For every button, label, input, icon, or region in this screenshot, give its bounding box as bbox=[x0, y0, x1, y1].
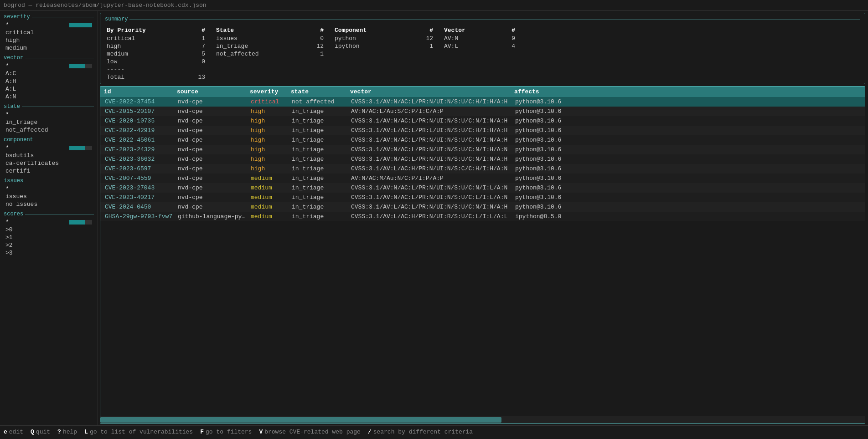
summary-divider-e2 bbox=[214, 66, 305, 73]
bottom-key-quit[interactable]: Q bbox=[31, 429, 34, 435]
sidebar-item-scores-all[interactable]: * bbox=[0, 218, 98, 226]
summary-cell-ipython-num: 1 bbox=[415, 42, 442, 50]
bottom-key-search[interactable]: / bbox=[368, 429, 372, 435]
summary-cell-e8 bbox=[415, 58, 442, 66]
table-row[interactable]: CVE-2024-0450 nvd-cpe medium in_triage C… bbox=[100, 202, 865, 212]
summary-cell-high-num: 7 bbox=[187, 42, 214, 50]
sidebar-section-vector: vector * A:C A:H A:L A:N bbox=[0, 54, 98, 101]
scroll-bar-area[interactable] bbox=[100, 416, 865, 423]
table-row[interactable]: CVE-2022-37454 nvd-cpe critical not_affe… bbox=[100, 97, 865, 107]
table-row[interactable]: CVE-2020-10735 nvd-cpe high in_triage CV… bbox=[100, 116, 865, 126]
summary-cell-e9 bbox=[442, 58, 497, 66]
sidebar-item-component-all[interactable]: * bbox=[0, 144, 98, 152]
summary-cell-empty3 bbox=[442, 50, 497, 58]
cell-source: nvd-cpe bbox=[177, 107, 250, 115]
summary-panel-header: summary bbox=[105, 16, 860, 22]
bottom-key-edit[interactable]: e bbox=[4, 429, 7, 435]
bottom-key-V[interactable]: V bbox=[259, 429, 263, 435]
scroll-bar-thumb[interactable] bbox=[100, 417, 501, 423]
sidebar: severity * critical high medium vector *… bbox=[0, 11, 98, 425]
sidebar-item-issues-all[interactable]: * bbox=[0, 185, 98, 193]
cell-state: in_triage bbox=[291, 213, 350, 220]
cell-vector: CVSS:3.1/AV:L/AC:L/PR:L/UI:N/S:U/C:H/I:H… bbox=[350, 127, 514, 134]
sidebar-item-vector-ac[interactable]: A:C bbox=[0, 70, 98, 77]
cell-severity: high bbox=[250, 165, 291, 173]
sidebar-item-scores-gt1[interactable]: >1 bbox=[0, 234, 98, 241]
sidebar-item-component-cacertificates[interactable]: ca-certificates bbox=[0, 159, 98, 167]
cell-affects: python@3.10.6 bbox=[514, 174, 861, 182]
sidebar-item-vector-ah[interactable]: A:H bbox=[0, 77, 98, 85]
bottom-key-help[interactable]: ? bbox=[57, 429, 61, 435]
cell-id: CVE-2023-6597 bbox=[104, 165, 177, 173]
sidebar-item-severity-high[interactable]: high bbox=[0, 36, 98, 44]
sidebar-item-vector-al[interactable]: A:L bbox=[0, 85, 98, 93]
sidebar-item-severity-all[interactable]: * bbox=[0, 21, 98, 29]
sidebar-item-issues-noissues[interactable]: no issues bbox=[0, 200, 98, 208]
vuln-table-body[interactable]: CVE-2022-37454 nvd-cpe critical not_affe… bbox=[100, 97, 865, 416]
cell-source: nvd-cpe bbox=[177, 203, 250, 211]
sidebar-item-state-intriage[interactable]: in_triage bbox=[0, 118, 98, 126]
bottom-key-L[interactable]: L bbox=[84, 429, 88, 435]
cell-severity: critical bbox=[250, 98, 291, 106]
sidebar-item-state-all[interactable]: * bbox=[0, 111, 98, 118]
summary-cell-medium-num: 5 bbox=[187, 50, 214, 58]
cell-source: nvd-cpe bbox=[177, 155, 250, 163]
sidebar-item-component-bsdutils[interactable]: bsdutils bbox=[0, 152, 98, 159]
table-row[interactable]: CVE-2023-40217 nvd-cpe medium in_triage … bbox=[100, 193, 865, 202]
table-row[interactable]: CVE-2022-42919 nvd-cpe high in_triage CV… bbox=[100, 126, 865, 135]
cell-state: in_triage bbox=[291, 165, 350, 173]
sidebar-item-issues-issues[interactable]: issues bbox=[0, 193, 98, 200]
sidebar-item-severity-critical[interactable]: critical bbox=[0, 29, 98, 36]
table-row[interactable]: CVE-2007-4559 nvd-cpe medium in_triage A… bbox=[100, 174, 865, 183]
table-row[interactable]: CVE-2023-27043 nvd-cpe medium in_triage … bbox=[100, 183, 865, 193]
table-row[interactable]: CVE-2023-24329 nvd-cpe high in_triage CV… bbox=[100, 145, 865, 154]
sidebar-item-state-notaffected[interactable]: not_affected bbox=[0, 126, 98, 134]
summary-cell-e6 bbox=[305, 58, 333, 66]
cell-vector: CVSS:3.1/AV:N/AC:L/PR:N/UI:N/S:U/C:L/I:L… bbox=[350, 194, 514, 201]
sidebar-item-vector-an[interactable]: A:N bbox=[0, 93, 98, 101]
bottom-key-F[interactable]: F bbox=[200, 429, 204, 435]
cell-severity: medium bbox=[250, 194, 291, 201]
vuln-table-header: id source severity state vector affects bbox=[100, 87, 865, 97]
table-row[interactable]: CVE-2023-36632 nvd-cpe high in_triage CV… bbox=[100, 154, 865, 164]
summary-cell-e7 bbox=[333, 58, 415, 66]
table-row[interactable]: CVE-2015-20107 nvd-cpe high in_triage AV… bbox=[100, 107, 865, 116]
cell-affects: python@3.10.6 bbox=[514, 98, 861, 106]
cell-affects: python@3.10.6 bbox=[514, 184, 861, 192]
cell-id: CVE-2022-42919 bbox=[104, 127, 177, 134]
cell-state: in_triage bbox=[291, 184, 350, 192]
sidebar-section-severity-header: severity bbox=[0, 13, 98, 21]
sidebar-item-component-certifi[interactable]: certifi bbox=[0, 167, 98, 175]
bottom-bar-item-edit: e edit bbox=[4, 429, 23, 435]
cell-state: in_triage bbox=[291, 174, 350, 182]
cell-source: github-language-python bbox=[177, 213, 250, 220]
cell-severity: medium bbox=[250, 184, 291, 192]
sidebar-section-state: state * in_triage not_affected bbox=[0, 102, 98, 134]
sidebar-section-scores: scores * >0 >1 >2 >3 bbox=[0, 210, 98, 257]
table-row[interactable]: GHSA-29gw-9793-fvw7 github-language-pyth… bbox=[100, 212, 865, 221]
sidebar-item-vector-all[interactable]: * bbox=[0, 62, 98, 70]
summary-divider: ----- bbox=[105, 66, 187, 73]
sidebar-item-scores-gt2[interactable]: >2 bbox=[0, 241, 98, 249]
bottom-bar-item-help: ? help bbox=[57, 429, 77, 435]
cell-id: CVE-2022-45061 bbox=[104, 136, 177, 144]
summary-header-vectornum: # bbox=[497, 26, 524, 35]
summary-cell-e5 bbox=[214, 58, 305, 66]
cell-id: CVE-2020-10735 bbox=[104, 117, 177, 125]
cell-state: not_affected bbox=[291, 98, 350, 106]
bottom-desc-quit: quit bbox=[36, 429, 50, 435]
sidebar-item-scores-gt3[interactable]: >3 bbox=[0, 249, 98, 257]
table-row[interactable]: CVE-2023-6597 nvd-cpe high in_triage CVS… bbox=[100, 164, 865, 174]
sidebar-item-scores-gt0[interactable]: >0 bbox=[0, 226, 98, 234]
sidebar-item-severity-medium[interactable]: medium bbox=[0, 44, 98, 52]
summary-total-e3 bbox=[333, 73, 415, 81]
cell-state: in_triage bbox=[291, 146, 350, 153]
summary-cell-avn: AV:N bbox=[442, 35, 497, 42]
summary-total-e5 bbox=[442, 73, 497, 81]
summary-cell-python-num: 12 bbox=[415, 35, 442, 42]
sidebar-section-component-header: component bbox=[0, 136, 98, 144]
cell-source: nvd-cpe bbox=[177, 165, 250, 173]
summary-cell-empty2 bbox=[415, 50, 442, 58]
table-row[interactable]: CVE-2022-45061 nvd-cpe high in_triage CV… bbox=[100, 135, 865, 145]
cell-source: nvd-cpe bbox=[177, 127, 250, 134]
